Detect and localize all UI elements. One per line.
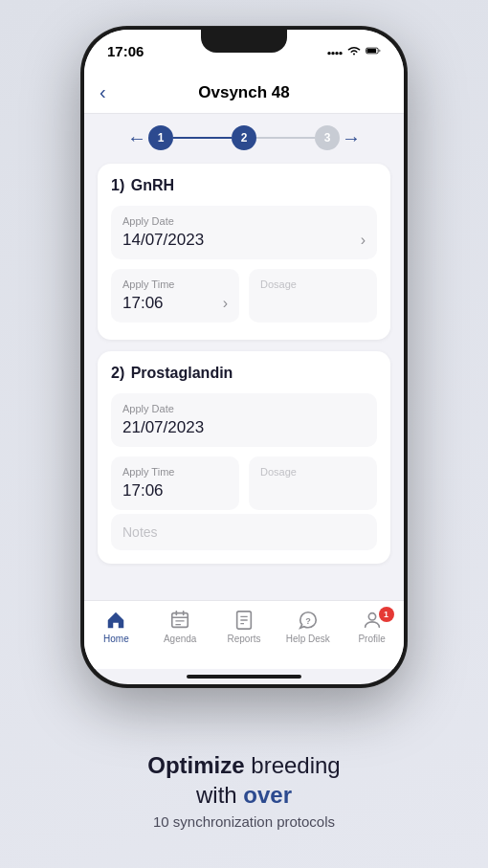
- section-gnrh-card: 1) GnRH Apply Date 14/07/2023 ›: [98, 164, 390, 340]
- wifi-icon: [346, 45, 362, 56]
- gnrh-apply-time-row: 17:06 ›: [122, 294, 228, 313]
- svg-point-2: [335, 52, 338, 55]
- tab-home[interactable]: Home: [90, 609, 142, 644]
- page-background: 17:06: [0, 0, 488, 868]
- tab-agenda-label: Agenda: [164, 634, 196, 644]
- bottom-line2-prefix: with: [196, 782, 243, 808]
- connector-1-2: [173, 137, 232, 139]
- gnrh-time-chevron-icon: ›: [223, 295, 228, 312]
- phone-inner: 17:06: [84, 30, 404, 684]
- scroll-content: ← 1 2 3 →: [84, 114, 404, 600]
- status-icons: [327, 45, 381, 56]
- bottom-line2-accent: over: [243, 782, 292, 808]
- gnrh-apply-date-row: 14/07/2023 ›: [122, 231, 366, 250]
- connector-2-3: [256, 137, 315, 139]
- helpdesk-icon: ?: [297, 609, 320, 632]
- prostagl-apply-date-value: 21/07/2023: [122, 418, 204, 437]
- svg-point-1: [331, 52, 334, 55]
- status-bar: 17:06: [84, 30, 404, 72]
- notch: [201, 30, 287, 53]
- signal-icon: [327, 45, 343, 56]
- prostagl-dosage-field[interactable]: Dosage: [249, 456, 377, 510]
- tab-bar: Home Agenda: [84, 600, 404, 669]
- section-prostaglandin-title: 2) Prostaglandin: [111, 365, 377, 382]
- tab-agenda[interactable]: Agenda: [154, 609, 206, 644]
- bottom-text: Optimize breeding with over 10 synchroni…: [0, 750, 488, 830]
- svg-point-17: [368, 613, 375, 620]
- svg-point-0: [327, 52, 330, 55]
- home-indicator: [187, 675, 301, 679]
- section-prostaglandin-card: 2) Prostaglandin Apply Date 21/07/2023 A…: [98, 351, 390, 564]
- prostagl-apply-time-row: 17:06: [122, 481, 228, 501]
- gnrh-apply-time-value: 17:06: [122, 294, 164, 313]
- prostagl-apply-time-value: 17:06: [122, 481, 164, 501]
- tab-profile[interactable]: 1 Profile: [346, 609, 398, 644]
- tab-profile-label: Profile: [358, 634, 385, 644]
- gnrh-apply-date-value: 14/07/2023: [122, 231, 204, 250]
- phone-shell: 17:06: [81, 27, 407, 687]
- prostagl-apply-date-field[interactable]: Apply Date 21/07/2023: [111, 393, 377, 447]
- prostagl-dosage-label: Dosage: [260, 466, 366, 478]
- step-line: 1 2 3: [148, 125, 340, 150]
- battery-icon: [366, 45, 381, 56]
- prostagl-apply-time-field[interactable]: Apply Time 17:06: [111, 456, 239, 510]
- agenda-icon: [168, 609, 191, 632]
- gnrh-dosage-label: Dosage: [260, 278, 366, 290]
- gnrh-apply-date-label: Apply Date: [122, 215, 366, 227]
- step-indicator: ← 1 2 3 →: [98, 125, 390, 150]
- back-button[interactable]: ‹: [100, 81, 106, 103]
- prostagl-notes-field[interactable]: Notes: [111, 514, 377, 550]
- section-gnrh-title: 1) GnRH: [111, 177, 377, 194]
- gnrh-apply-date-field[interactable]: Apply Date 14/07/2023 ›: [111, 206, 377, 259]
- screen-title: Ovsynch 48: [198, 83, 289, 102]
- nav-bar: ‹ Ovsynch 48: [84, 72, 404, 114]
- step-2[interactable]: 2: [232, 125, 256, 150]
- prostagl-apply-time-label: Apply Time: [122, 466, 228, 478]
- svg-rect-5: [366, 49, 376, 53]
- bottom-line1-rest: breeding: [245, 752, 341, 778]
- prostagl-apply-date-label: Apply Date: [122, 403, 366, 414]
- home-icon: [104, 609, 127, 632]
- step-1[interactable]: 1: [148, 125, 173, 150]
- gnrh-apply-time-label: Apply Time: [122, 278, 228, 290]
- bottom-line3: 10 synchronization protocols: [0, 813, 488, 830]
- tab-reports[interactable]: Reports: [218, 609, 270, 644]
- step-next-arrow[interactable]: →: [340, 127, 363, 149]
- gnrh-dosage-field[interactable]: Dosage: [249, 269, 377, 323]
- bottom-line2: with over: [0, 780, 488, 810]
- gnrh-date-chevron-icon: ›: [361, 232, 366, 249]
- prostagl-time-dosage-row: Apply Time 17:06 Dosage: [111, 456, 377, 510]
- bottom-line1-bold: Optimize: [147, 752, 244, 778]
- svg-point-3: [339, 52, 342, 55]
- status-time: 17:06: [107, 43, 144, 59]
- prostagl-notes-placeholder: Notes: [122, 524, 158, 540]
- step-3[interactable]: 3: [315, 125, 340, 150]
- bottom-line1: Optimize breeding: [0, 750, 488, 780]
- tab-helpdesk[interactable]: ? Help Desk: [282, 609, 334, 644]
- gnrh-apply-time-field[interactable]: Apply Time 17:06 ›: [111, 269, 239, 323]
- tab-home-label: Home: [103, 634, 129, 644]
- tab-helpdesk-label: Help Desk: [286, 634, 330, 644]
- svg-text:?: ?: [305, 616, 311, 626]
- gnrh-time-dosage-row: Apply Time 17:06 › Dosage: [111, 269, 377, 323]
- step-prev-arrow[interactable]: ←: [125, 127, 148, 149]
- reports-icon: [233, 609, 255, 632]
- prostagl-apply-date-row: 21/07/2023: [122, 418, 366, 437]
- tab-reports-label: Reports: [227, 634, 260, 644]
- profile-badge: 1: [379, 607, 394, 622]
